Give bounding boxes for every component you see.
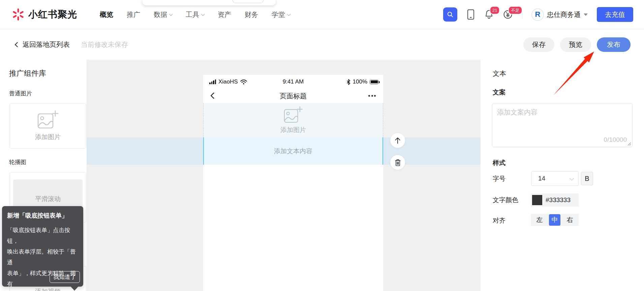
image-plus-icon <box>37 110 58 129</box>
char-counter: 0/10000 <box>604 136 627 143</box>
account-menu[interactable]: R 忠仕商务通 <box>531 8 588 21</box>
color-swatch <box>532 195 542 205</box>
logo-text: 小红书聚光 <box>28 8 77 21</box>
truncated-dialog-button[interactable] <box>233 0 264 3</box>
nav-item-promotion[interactable]: 推广 <box>127 10 140 19</box>
canvas-image-component[interactable]: 添加图片 <box>203 103 383 137</box>
search-icon <box>447 11 454 18</box>
top-navbar: 小红书聚光 概览 推广 数据 工具 资产 财务 学堂 <box>0 0 644 29</box>
phone-nav-bar: 页面标题 <box>203 89 383 103</box>
truncated-dialog <box>143 0 276 5</box>
tooltip-pointer <box>71 287 78 291</box>
more-menu-icon <box>368 95 376 97</box>
preview-button[interactable]: 预览 <box>560 37 591 52</box>
navbar-actions: 21 不足 R 忠仕商务通 去充值 <box>443 0 633 29</box>
publish-button[interactable]: 发布 <box>597 37 631 52</box>
font-size-label: 字号 <box>493 174 505 183</box>
phone-status-bar: XiaoHS 9:41 AM 100% <box>203 75 383 89</box>
arrow-up-icon <box>394 137 401 144</box>
delete-button[interactable] <box>390 155 405 170</box>
battery-percent: 100% <box>353 78 367 85</box>
style-section-label: 样式 <box>493 159 505 167</box>
text-color-label: 文字颜色 <box>493 196 518 204</box>
copy-textarea-wrapper: 0/10000 <box>492 103 633 147</box>
balance-insufficient-badge: 不足 <box>508 6 522 14</box>
move-up-button[interactable] <box>390 133 405 148</box>
editor-toolbar: 返回落地页列表 当前修改未保存 保存 预览 发布 <box>0 30 644 60</box>
editor-canvas: XiaoHS 9:41 AM 100% 页面标题 <box>87 60 481 291</box>
selected-row-highlight: 添加文本内容 <box>87 137 481 165</box>
font-size-value: 14 <box>538 175 545 182</box>
account-name: 忠仕商务通 <box>547 10 581 19</box>
trash-icon <box>394 159 401 166</box>
unsaved-status: 当前修改未保存 <box>81 30 128 60</box>
align-center-option[interactable]: 中 <box>549 214 560 226</box>
component-card-image[interactable]: 添加图片 <box>9 103 86 149</box>
tooltip-title: 新增「吸底按钮表单」 <box>7 212 78 220</box>
notifications-button[interactable]: 21 <box>484 9 494 20</box>
align-left-option[interactable]: 左 <box>534 214 545 226</box>
nav-item-academy[interactable]: 学堂 <box>272 10 290 19</box>
toolbar-buttons: 保存 预览 发布 <box>523 30 631 60</box>
recharge-button[interactable]: 去充值 <box>597 7 633 22</box>
search-button[interactable] <box>443 7 457 22</box>
mobile-device-icon <box>466 9 475 20</box>
balance-button[interactable]: 不足 <box>503 9 513 20</box>
status-right: 100% <box>346 75 378 89</box>
bold-toggle-button[interactable]: B <box>581 172 593 185</box>
phone-content-area <box>203 165 383 291</box>
sidebar-title: 推广组件库 <box>9 68 46 78</box>
image-placeholder-label: 添加图片 <box>280 126 306 134</box>
align-right-option[interactable]: 右 <box>564 214 576 226</box>
chevron-down-icon <box>169 12 173 16</box>
chevron-left-icon <box>15 42 20 47</box>
save-button[interactable]: 保存 <box>523 37 554 52</box>
chevron-down-icon <box>287 12 290 16</box>
app-window: 小红书聚光 概览 推广 数据 工具 资产 财务 学堂 <box>0 0 644 291</box>
back-to-list-link[interactable]: 返回落地页列表 <box>16 30 70 60</box>
nav-item-overview[interactable]: 概览 <box>100 10 113 19</box>
text-inspector-panel: 文本 文案 0/10000 样式 字号 14 B 文字颜色 #333333 对齐… <box>481 60 644 291</box>
resize-handle-icon[interactable] <box>627 141 631 146</box>
mobile-preview-button[interactable] <box>466 9 475 20</box>
content-label: 文案 <box>493 88 505 97</box>
nav-item-tools[interactable]: 工具 <box>186 10 204 19</box>
nav-item-data[interactable]: 数据 <box>154 10 172 19</box>
notification-badge: 21 <box>490 6 500 14</box>
chevron-down-icon <box>201 12 205 16</box>
card-label: 添加图片 <box>35 133 61 141</box>
image-plus-icon <box>284 106 303 123</box>
avatar: R <box>531 8 544 21</box>
battery-icon <box>370 80 378 84</box>
caret-down-icon <box>584 13 588 16</box>
phone-page-title: 页面标题 <box>203 89 383 103</box>
feature-tooltip: 新增「吸底按钮表单」 「吸底按钮表单」点击按钮， 唤出表单浮层。相较于「普通 表… <box>2 206 83 287</box>
brand-starburst-icon <box>12 8 24 21</box>
color-hex-value: #333333 <box>546 196 571 204</box>
bluetooth-icon <box>346 79 350 85</box>
font-size-select[interactable]: 14 <box>531 171 579 186</box>
align-label: 对齐 <box>493 216 505 225</box>
nav-item-assets[interactable]: 资产 <box>218 10 231 19</box>
canvas-text-component[interactable]: 添加文本内容 <box>203 137 383 165</box>
panel-title: 文本 <box>493 69 506 78</box>
component-library-sidebar: 推广组件库 普通图片 添加图片 轮播图 平滑滚动 添加视频 新增「吸底按钮表单」… <box>0 60 87 291</box>
align-segmented-control: 左 中 右 <box>531 214 579 226</box>
text-color-picker[interactable]: #333333 <box>531 193 579 206</box>
tooltip-confirm-button[interactable]: 我知道了 <box>50 271 80 283</box>
section-label-carousel: 轮播图 <box>9 158 26 166</box>
chevron-down-icon <box>570 176 574 181</box>
nav-item-finance[interactable]: 财务 <box>245 10 258 19</box>
logo[interactable]: 小红书聚光 <box>12 8 77 21</box>
section-label-image: 普通图片 <box>9 90 32 97</box>
